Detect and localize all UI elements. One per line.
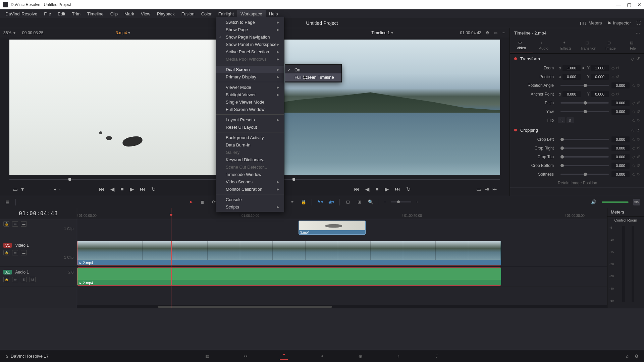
- track-lane-v2[interactable]: 3.mp4: [77, 219, 607, 240]
- timeline-scrollbar[interactable]: [77, 305, 607, 308]
- menu-color[interactable]: Color: [198, 10, 215, 18]
- cut-page-icon[interactable]: ✂: [241, 353, 250, 360]
- anchor-y-input[interactable]: 0.000: [591, 91, 609, 97]
- a1-badge[interactable]: A1: [3, 270, 12, 275]
- zoom-x-input[interactable]: 1.000: [562, 65, 581, 71]
- menu-view[interactable]: View: [138, 10, 154, 18]
- flag-blue-icon[interactable]: ⚑▾: [317, 199, 323, 205]
- lock-icon[interactable]: 🔒: [300, 199, 307, 205]
- edit-page-icon[interactable]: ≡: [280, 353, 288, 360]
- lock-icon[interactable]: 🔒: [3, 221, 9, 227]
- zoom-plus-icon[interactable]: +: [416, 199, 419, 204]
- rotation-input[interactable]: 0.000: [611, 82, 630, 88]
- link-icon[interactable]: ⚭: [581, 66, 586, 70]
- inspector-tab-audio[interactable]: ♪Audio: [533, 38, 555, 53]
- crop-top-slider[interactable]: [560, 156, 609, 158]
- timeline-tracks[interactable]: 01:00:00:0001:00:10:0001:00:20:0001:00:3…: [77, 208, 607, 308]
- source-clip-name[interactable]: 3.mp4 ▾: [116, 31, 130, 35]
- prev-frame-button[interactable]: ◀: [365, 186, 369, 192]
- prev-frame-button[interactable]: ◀: [110, 186, 114, 192]
- softness-input[interactable]: 0.000: [611, 171, 630, 177]
- inspector-toggle[interactable]: ✖ Inspector: [607, 20, 631, 25]
- keyframe-diamond-icon[interactable]: ◇: [632, 109, 635, 114]
- reset-icon[interactable]: ↺: [636, 128, 640, 133]
- chevron-down-icon[interactable]: ▾: [21, 186, 24, 192]
- menu-item-video-scopes[interactable]: Video Scopes▶: [216, 178, 284, 185]
- reset-icon[interactable]: ↺: [637, 101, 640, 105]
- solo-button[interactable]: S: [21, 277, 27, 282]
- menu-mark[interactable]: Mark: [121, 10, 138, 18]
- crop-left-input[interactable]: 0.000: [611, 136, 630, 142]
- reset-icon[interactable]: ↺: [616, 92, 619, 97]
- crop-top-input[interactable]: 0.000: [611, 154, 630, 160]
- keyframe-diamond-icon[interactable]: ◇: [632, 101, 635, 105]
- mute-button[interactable]: M: [30, 277, 36, 282]
- stop-button[interactable]: ■: [120, 186, 124, 192]
- track-dest-icon[interactable]: ▬: [21, 221, 27, 227]
- first-frame-button[interactable]: ⏮: [99, 186, 104, 192]
- menu-timeline[interactable]: Timeline: [84, 10, 107, 18]
- zoom-custom-icon[interactable]: 🔍: [367, 199, 374, 205]
- menu-edit[interactable]: Edit: [54, 10, 68, 18]
- v1-badge[interactable]: V1: [3, 243, 12, 248]
- submenu-item-full-screen-timeline[interactable]: Full Screen Timeline: [285, 73, 341, 81]
- menu-item-show-page-navigation[interactable]: ✓Show Page Navigation: [216, 33, 284, 41]
- meters-toggle[interactable]: ⫿⫿⫿ Meters: [580, 20, 602, 25]
- home-button[interactable]: ⌂ DaVinci Resolve 17: [5, 354, 49, 359]
- reset-icon[interactable]: ↺: [637, 83, 640, 88]
- zoom-y-input[interactable]: 1.000: [591, 65, 609, 71]
- menu-fusion[interactable]: Fusion: [178, 10, 198, 18]
- inspector-tab-video[interactable]: ▭Video: [510, 38, 533, 53]
- loop-button[interactable]: ↻: [151, 186, 156, 192]
- reset-icon[interactable]: ↺: [636, 56, 640, 61]
- pos-x-input[interactable]: 0.000: [562, 74, 581, 80]
- menu-item-scripts[interactable]: Scripts▶: [216, 203, 284, 210]
- media-page-icon[interactable]: ▦: [203, 353, 211, 360]
- record-viewer-canvas[interactable]: [264, 40, 500, 175]
- menu-davinci-resolve[interactable]: DaVinci Resolve: [2, 10, 41, 18]
- project-home-icon[interactable]: ⌂: [626, 354, 629, 359]
- keyframe-diamond-icon[interactable]: ◇: [631, 56, 634, 61]
- close-button[interactable]: ✕: [637, 2, 641, 7]
- crop-right-input[interactable]: 0.000: [611, 145, 630, 151]
- zoom-fit-icon[interactable]: ⊡: [344, 199, 351, 205]
- timeline-ruler[interactable]: 01:00:00:0001:00:10:0001:00:20:0001:00:3…: [77, 208, 607, 219]
- menu-item-background-activity[interactable]: Background Activity: [216, 134, 284, 141]
- flip-h-button[interactable]: ⇋: [558, 117, 565, 123]
- first-frame-button[interactable]: ⏮: [354, 186, 359, 192]
- zoom-detail-icon[interactable]: ⊞: [356, 199, 363, 205]
- inspector-tab-transition[interactable]: ⬚Transition: [577, 38, 600, 53]
- trim-tool[interactable]: ⫼: [199, 199, 206, 205]
- auto-select-icon[interactable]: ▭: [12, 250, 18, 255]
- record-scrubber[interactable]: [264, 176, 500, 182]
- clip-video[interactable]: ▸2.mp4: [77, 241, 501, 265]
- timeline-name[interactable]: Timeline 1 ▾: [371, 31, 393, 35]
- playhead[interactable]: [171, 208, 171, 308]
- clip-audio[interactable]: ▸2.mp4: [77, 267, 501, 286]
- keyframe-diamond-icon[interactable]: ◇: [611, 92, 614, 97]
- stop-button[interactable]: ■: [375, 186, 379, 192]
- pos-y-input[interactable]: 0.000: [591, 74, 609, 80]
- arrow-tool[interactable]: ➤: [187, 199, 194, 205]
- source-scrubber[interactable]: [9, 176, 245, 182]
- menu-item-viewer-mode[interactable]: Viewer Mode▶: [216, 83, 284, 91]
- crop-bottom-slider[interactable]: [560, 165, 609, 166]
- menu-playback[interactable]: Playback: [154, 10, 178, 18]
- keyframe-diamond-icon[interactable]: ◇: [632, 118, 635, 123]
- anchor-x-input[interactable]: 0.000: [562, 91, 581, 97]
- menu-item-layout-presets[interactable]: Layout Presets▶: [216, 116, 284, 123]
- match-frame-button[interactable]: ▭: [476, 186, 481, 192]
- reset-icon[interactable]: ↺: [637, 118, 640, 123]
- mute-icon[interactable]: 🔊: [590, 199, 597, 205]
- menu-file[interactable]: File: [41, 10, 54, 18]
- menu-item-switch-to-page[interactable]: Switch to Page▶: [216, 18, 284, 26]
- overlay-icon[interactable]: ▭: [493, 30, 498, 36]
- project-settings-icon[interactable]: ⚙: [635, 354, 639, 359]
- color-page-icon[interactable]: ◉: [356, 353, 364, 360]
- menu-clip[interactable]: Clip: [107, 10, 121, 18]
- dual-screen-submenu[interactable]: ✓OnFull Screen Timeline: [285, 64, 342, 82]
- timeline-timecode[interactable]: 01:00:04:43: [0, 208, 77, 219]
- menu-item-reset-ui-layout[interactable]: Reset UI Layout: [216, 123, 284, 131]
- link-tool[interactable]: ⚭: [289, 199, 296, 205]
- enable-dot-icon[interactable]: [514, 129, 517, 131]
